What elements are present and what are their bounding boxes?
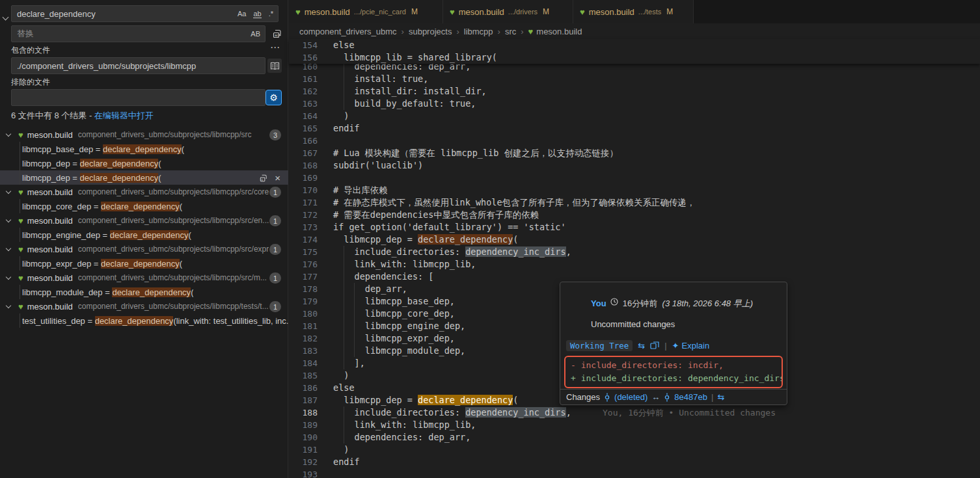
search-match-row[interactable]: test_utilities_dep = declare_dependency(… [0, 313, 288, 328]
diff-added-line: + include_directories: dependency_inc_di… [571, 372, 776, 385]
code-line[interactable]: 174 libmcpp_dep = declare_dependency( [289, 233, 980, 246]
replace-match-button[interactable]: c [258, 173, 268, 183]
files-to-exclude-input[interactable] [11, 89, 265, 106]
compare-changes-icon[interactable]: ⇆ [717, 392, 724, 402]
meson-file-icon: ♥ [528, 27, 534, 36]
code-line[interactable]: 161 install: true, [289, 73, 980, 85]
search-input[interactable]: declare_dependency Aa ab .* [11, 5, 279, 22]
preserve-case-icon[interactable]: AB [249, 29, 262, 38]
breadcrumb-item[interactable]: component_drivers_ubmc [299, 27, 397, 36]
meson-file-icon: ♥ [18, 245, 23, 254]
breadcrumb-item[interactable]: src [505, 27, 516, 36]
code-line[interactable]: 164 ) [289, 110, 980, 122]
match-count-badge: 3 [269, 129, 281, 140]
search-details-toggle-button[interactable]: ⋯ [268, 40, 282, 55]
search-file-row[interactable]: ♥meson.buildcomponent_drivers_ubmc/subpr… [0, 299, 288, 313]
code-line[interactable]: 169 [289, 172, 980, 184]
explain-button[interactable]: ✦ Explain [672, 341, 710, 351]
code-line[interactable]: 166 [289, 135, 980, 147]
search-open-editors-button[interactable] [267, 59, 282, 73]
code-line[interactable]: 191 ) [289, 444, 980, 456]
replace-input[interactable]: 替换 AB [11, 25, 265, 42]
breadcrumb-item[interactable]: subprojects [409, 27, 452, 36]
search-match-row[interactable]: libmcpp_dep = declare_dependency( [0, 156, 288, 170]
file-name: meson.build [27, 216, 73, 226]
code-line[interactable]: 154else [289, 39, 980, 51]
replace-all-button[interactable]: ac [269, 27, 284, 41]
breadcrumb-item[interactable]: libmcpp [464, 27, 493, 36]
commit-hash-link[interactable]: 8e487eb [674, 392, 707, 402]
code-line[interactable]: 176 link_with: libmcpp_lib, [289, 258, 980, 271]
search-file-row[interactable]: ♥meson.buildcomponent_drivers_ubmc/subpr… [0, 127, 288, 142]
code-line[interactable]: 165endif [289, 122, 980, 135]
code-text: libmcpp_dep = declare_dependency( [333, 394, 519, 406]
file-path: component_drivers_ubmc/subprojects/libmc… [78, 245, 269, 254]
code-line[interactable]: 172# 需要在dependencies中显式包含所有子库的依赖 [289, 209, 980, 221]
toggle-replace-button[interactable] [1, 13, 10, 23]
arrow-left-right-icon: ↔ [651, 392, 660, 402]
sticky-scroll: 154else156 libmcpp_lib = shared_library( [289, 39, 980, 64]
search-match-row[interactable]: libmcpp_dep = declare_dependency(c× [0, 170, 288, 185]
code-line[interactable]: 173if get_option('default_library') == '… [289, 221, 980, 233]
code-line[interactable]: 189 link_with: libmcpp_lib, [289, 419, 980, 431]
code-line[interactable]: 162 install_dir: install_dir, [289, 85, 980, 98]
code-line[interactable]: 188 include_directories: dependency_inc_… [289, 406, 980, 419]
search-match-row[interactable]: libmcpp_expr_dep = declare_dependency( [0, 256, 288, 271]
line-number: 191 [289, 444, 318, 456]
editor-group: ♥meson.build.../pcie_nic_cardM♥meson.bui… [289, 0, 980, 478]
use-exclude-settings-button[interactable]: ⚙ [265, 90, 282, 105]
search-query-text: declare_dependency [17, 9, 96, 19]
files-to-include-label: 包含的文件 [11, 45, 50, 56]
search-match-row[interactable]: libmcpp_engine_dep = declare_dependency( [0, 228, 288, 242]
code-line[interactable]: 192endif [289, 456, 980, 468]
code-line[interactable]: 167# Lua 模块构建（需要在 libmcpp_lib 创建之后，以支持动态… [289, 147, 980, 159]
line-number: 154 [289, 39, 318, 51]
open-changes-icon[interactable] [650, 341, 659, 350]
blame-author-link[interactable]: You [591, 299, 606, 308]
search-file-row[interactable]: ♥meson.buildcomponent_drivers_ubmc/subpr… [0, 185, 288, 199]
working-tree-link[interactable]: Working Tree [566, 340, 633, 351]
search-file-row[interactable]: ♥meson.buildcomponent_drivers_ubmc/subpr… [0, 242, 288, 256]
file-name: meson.build [27, 130, 73, 140]
editor-tab-drivers[interactable]: ♥meson.build.../driversM [443, 0, 573, 23]
search-file-row[interactable]: ♥meson.buildcomponent_drivers_ubmc/subpr… [0, 213, 288, 228]
open-in-editor-link[interactable]: 在编辑器中打开 [94, 111, 154, 120]
search-file-row[interactable]: ♥meson.buildcomponent_drivers_ubmc/subpr… [0, 271, 288, 285]
code-line[interactable]: 163 build_by_default: true, [289, 98, 980, 110]
code-text: include_directories: dependency_inc_dirs… [333, 246, 571, 258]
breadcrumb-separator-icon: › [402, 27, 404, 36]
code-editor[interactable]: 160 dependencies: dep_arr,161 install: t… [289, 39, 980, 478]
breadcrumb-item[interactable]: meson.build [536, 27, 582, 36]
replace-all-icon: ac [271, 29, 282, 39]
breadcrumb-separator-icon: › [521, 27, 523, 36]
editor-tab-tests[interactable]: ♥meson.build.../testsM [573, 0, 694, 23]
search-match-row[interactable]: libmcpp_module_dep = declare_dependency( [0, 285, 288, 299]
match-text: test_utilities_dep = declare_dependency(… [22, 316, 288, 326]
code-line[interactable]: 170# 导出库依赖 [289, 184, 980, 196]
compare-changes-icon[interactable]: ⇆ [638, 341, 645, 351]
code-text: libmcpp_core_dep, [333, 308, 455, 320]
meson-file-icon: ♥ [580, 7, 585, 17]
code-line[interactable]: 190 dependencies: dep_arr, [289, 431, 980, 444]
line-number: 173 [289, 221, 318, 233]
dismiss-match-button[interactable]: × [275, 172, 280, 183]
editor-tab-pcie_nic_card[interactable]: ♥meson.build.../pcie_nic_cardM [289, 0, 443, 23]
code-line[interactable]: 168subdir('luaclib') [289, 159, 980, 172]
blame-hover-popup: You 16分钟前 (3 18th, 2026 6:48 早上) Uncommi… [560, 282, 787, 405]
regex-icon[interactable]: .* [267, 9, 275, 18]
separator: | [664, 341, 666, 351]
whole-word-icon[interactable]: ab [252, 9, 262, 18]
code-line[interactable]: 193 [289, 468, 980, 478]
code-line[interactable]: 156 libmcpp_lib = shared_library( [289, 51, 980, 64]
code-line[interactable]: 171# 在静态库模式下，虽然使用link_whole包含了所有子库，但为了确保… [289, 196, 980, 209]
search-match-row[interactable]: libmcpp_core_dep = declare_dependency( [0, 199, 288, 213]
match-case-icon[interactable]: Aa [236, 9, 247, 18]
changes-row: Changes (deleted) ↔ 8e487eb | ⇆ [560, 389, 787, 405]
match-count-badge: 1 [269, 187, 281, 198]
line-number: 167 [289, 147, 318, 159]
code-text: # 导出库依赖 [333, 184, 388, 196]
search-match-row[interactable]: libmcpp_base_dep = declare_dependency( [0, 142, 288, 156]
files-to-include-input[interactable]: ./component_drivers_ubmc/subprojects/lib… [11, 57, 265, 74]
deleted-ref-link[interactable]: (deleted) [614, 392, 647, 402]
code-line[interactable]: 175 include_directories: dependency_inc_… [289, 246, 980, 258]
